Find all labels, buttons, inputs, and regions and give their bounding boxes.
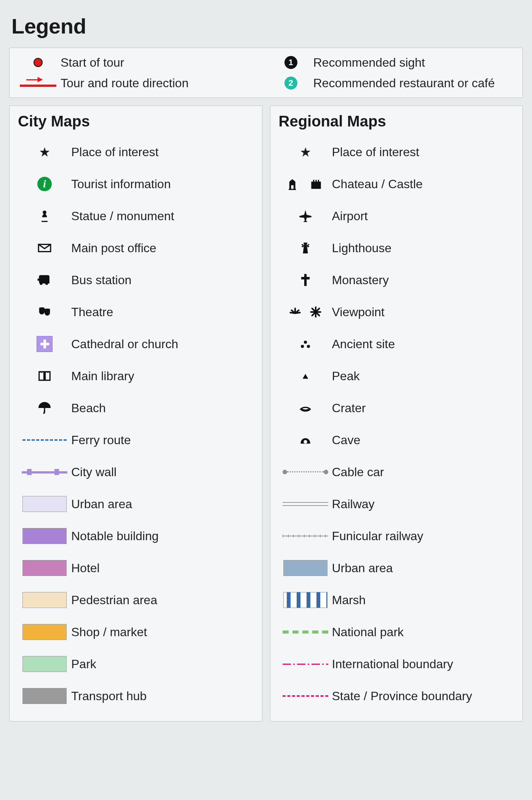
legend-label: Cave [332,432,361,448]
legend-item: iTourist information [18,168,254,200]
legend-label: Lighthouse [332,240,392,256]
legend-item: National park [279,616,514,648]
recommended-sight-icon: 1 [270,55,312,70]
legend-label: Park [71,656,96,672]
legend-label: Beach [71,400,106,416]
natpark-icon-cell [279,630,332,634]
crater-icon-cell [279,401,332,415]
top-col-right: 1 Recommended sight 2 Recommended restau… [270,55,515,91]
statue-icon [37,209,52,223]
legend-label: Tour and route direction [61,75,189,91]
color-swatch-icon [22,656,67,672]
international-boundary-icon [283,662,328,666]
bus-icon [36,272,53,288]
legend-item: 2 Recommended restaurant or café [270,75,515,91]
railway-icon [283,502,328,506]
info-icon-cell: i [18,177,71,191]
cave-icon-cell [279,433,332,447]
legend-item: Railway [279,488,514,520]
star-icon-cell: ★ [18,144,71,160]
color-swatch-icon [22,528,67,544]
stateb-icon-cell [279,695,332,697]
legend-item: Cave [279,424,514,456]
panel-heading: Regional Maps [279,113,514,130]
color-swatch-icon [283,560,328,576]
monastery-icon [298,273,313,287]
cave-icon [298,433,313,447]
legend-label: Shop / market [71,624,147,640]
intl-icon-cell [279,662,332,666]
legend-item: Airport [279,200,514,232]
legend-item: Pedestrian area [18,584,254,616]
legend-label: Ancient site [332,336,395,352]
cable-car-icon [283,469,328,475]
legend-label: Ferry route [71,432,131,448]
legend-label: Railway [332,496,375,512]
ancient-site-icon [298,337,313,351]
citywall-icon-cell [18,469,71,475]
railway-icon-cell [279,502,332,506]
airport-icon-cell [279,209,332,223]
church-icon: ✚ [37,336,53,352]
swatch-icon-cell [18,656,71,672]
legend-item: Main post office [18,232,254,264]
legend-item: Marsh [279,584,514,616]
start-of-tour-icon [17,55,59,70]
post-icon-cell [18,241,71,255]
swatch-icon-cell [279,560,332,576]
funicular-icon-cell [279,534,332,538]
legend-label: Pedestrian area [71,592,157,608]
ferry-icon-cell [18,439,71,441]
color-swatch-icon [22,592,67,608]
legend-label: Cathedral or church [71,336,178,352]
legend-item: State / Province boundary [279,680,514,712]
ferry-route-icon [22,439,67,441]
post-office-icon [37,241,52,255]
ancient-icon-cell [279,337,332,351]
legend-item: Chateau / Castle [279,168,514,200]
legend-item: Ancient site [279,328,514,360]
legend-item: Tour and route direction [17,75,262,91]
legend-label: Peak [332,368,360,384]
legend-label: Transport hub [71,688,147,704]
legend-label: Place of interest [71,144,158,160]
legend-label: Place of interest [332,144,419,160]
legend-item: Hotel [18,552,254,584]
legend-label: Marsh [332,592,366,608]
legend-label: Tourist information [71,176,171,192]
legend-label: International boundary [332,656,453,672]
funicular-icon [283,534,328,538]
legend-label: State / Province boundary [332,688,472,704]
swatch-icon-cell [18,528,71,544]
beach-icon-cell [18,401,71,415]
legend-label: Recommended sight [313,55,425,70]
legend-label: Urban area [332,560,393,576]
marsh-icon [283,592,328,608]
chateau-icon-cell [279,177,332,191]
color-swatch-icon [22,560,67,576]
legend-label: Funicular railway [332,528,423,544]
legend-label: Urban area [71,496,132,512]
monastery-icon-cell [279,273,332,287]
legend-item: Lighthouse [279,232,514,264]
panel-heading: City Maps [18,113,254,130]
legend-item: Transport hub [18,680,254,712]
legend-item: Peak [279,360,514,392]
legend-label: Statue / monument [71,208,174,224]
legend-item: ✚Cathedral or church [18,328,254,360]
swatch-icon-cell [18,624,71,640]
legend-item: Main library [18,360,254,392]
legend-label: Monastery [332,272,389,288]
statue-icon-cell [18,209,71,223]
city-maps-panel: City Maps ★Place of interestiTourist inf… [9,106,262,722]
recommended-restaurant-icon: 2 [270,75,312,91]
crater-icon [298,401,313,415]
legend-item: Cable car [279,456,514,488]
top-legend-box: Start of tour Tour and route direction 1… [9,48,523,98]
legend-item: Statue / monument [18,200,254,232]
legend-item: Bus station [18,264,254,296]
info-icon: i [37,177,52,191]
swatch-icon-cell [18,560,71,576]
lighthouse-icon-cell [279,241,332,255]
chateau-castle-icon [279,177,332,191]
